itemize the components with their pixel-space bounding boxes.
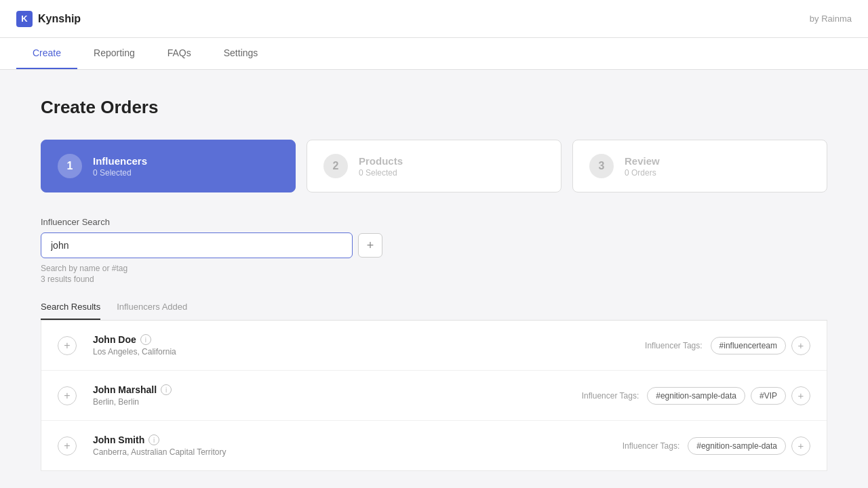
influencer-2-tags-area: Influencer Tags: #egnition-sample-data + — [623, 436, 810, 455]
influencer-0-tags-area: Influencer Tags: #influencerteam + — [645, 336, 810, 355]
tag-badge: #influencerteam — [711, 337, 786, 354]
topbar: K Kynship by Rainma — [0, 0, 868, 38]
influencer-1-name-row: John Marshall i — [93, 384, 582, 395]
step-3-label: Review — [625, 155, 660, 167]
influencer-1-name: John Marshall — [93, 384, 157, 395]
step-influencers[interactable]: 1 Influencers 0 Selected — [41, 140, 296, 192]
tag-badge: #egnition-sample-data — [647, 387, 745, 405]
app-name: Kynship — [38, 13, 81, 25]
tab-influencers-added[interactable]: Influencers Added — [117, 295, 187, 320]
logo-area: K Kynship — [16, 11, 81, 27]
influencer-0-name: John Doe — [93, 334, 136, 345]
influencer-2-info: John Smith i Canberra, Australian Capita… — [93, 434, 623, 457]
add-tag-0-button[interactable]: + — [791, 336, 810, 355]
step-3-number: 3 — [589, 154, 614, 178]
nav-tabs: Create Reporting FAQs Settings — [0, 38, 868, 70]
influencer-1-tags-label: Influencer Tags: — [582, 391, 639, 401]
influencer-1-location: Berlin, Berlin — [93, 397, 582, 407]
add-influencer-0-button[interactable]: + — [58, 336, 77, 355]
tag-badge: #egnition-sample-data — [688, 437, 786, 455]
tab-reporting[interactable]: Reporting — [77, 38, 151, 69]
step-1-sub: 0 Selected — [93, 168, 147, 178]
influencer-2-name: John Smith — [93, 434, 144, 445]
tag-badge: #VIP — [751, 387, 786, 405]
step-products[interactable]: 2 Products 0 Selected — [307, 140, 561, 192]
influencer-0-name-row: John Doe i — [93, 334, 645, 345]
tab-settings[interactable]: Settings — [208, 38, 275, 69]
result-tabs: Search Results Influencers Added — [41, 295, 827, 321]
influencer-1-info-icon[interactable]: i — [161, 384, 172, 395]
add-influencer-2-button[interactable]: + — [58, 436, 77, 455]
step-2-number: 2 — [323, 154, 348, 178]
influencer-2-name-row: John Smith i — [93, 434, 623, 445]
influencer-1-info: John Marshall i Berlin, Berlin — [93, 384, 582, 407]
tab-search-results[interactable]: Search Results — [41, 295, 100, 320]
step-3-sub: 0 Orders — [625, 168, 660, 178]
step-3-info: Review 0 Orders — [625, 155, 660, 178]
tab-faqs[interactable]: FAQs — [151, 38, 208, 69]
add-tag-2-button[interactable]: + — [791, 436, 810, 455]
search-results-count: 3 results found — [41, 274, 827, 284]
page-title: Create Orders — [41, 97, 827, 118]
search-add-button[interactable]: + — [358, 233, 382, 258]
search-row: + — [41, 232, 827, 258]
influencer-0-tags-label: Influencer Tags: — [645, 341, 703, 350]
main-content: Create Orders 1 Influencers 0 Selected 2… — [0, 70, 868, 488]
influencer-2-info-icon[interactable]: i — [149, 434, 159, 445]
step-review[interactable]: 3 Review 0 Orders — [572, 140, 827, 192]
logo-icon: K — [16, 11, 33, 27]
influencer-0-location: Los Angeles, California — [93, 347, 645, 357]
influencer-0-info-icon[interactable]: i — [140, 334, 151, 345]
influencer-list: + John Doe i Los Angeles, California Inf… — [41, 321, 827, 471]
influencer-2-tags-label: Influencer Tags: — [623, 441, 680, 451]
search-input[interactable] — [41, 232, 353, 258]
steps-row: 1 Influencers 0 Selected 2 Products 0 Se… — [41, 140, 827, 192]
step-2-label: Products — [359, 155, 403, 167]
step-1-number: 1 — [58, 154, 82, 178]
step-2-info: Products 0 Selected — [359, 155, 403, 178]
table-row: + John Smith i Canberra, Australian Capi… — [41, 421, 827, 470]
search-area: Influencer Search + Search by name or #t… — [41, 217, 827, 284]
add-tag-1-button[interactable]: + — [791, 386, 810, 405]
tab-create[interactable]: Create — [16, 38, 77, 69]
step-1-info: Influencers 0 Selected — [93, 155, 147, 178]
add-influencer-1-button[interactable]: + — [58, 386, 77, 405]
influencer-2-location: Canberra, Australian Capital Territory — [93, 447, 623, 457]
influencer-0-info: John Doe i Los Angeles, California — [93, 334, 645, 357]
table-row: + John Marshall i Berlin, Berlin Influen… — [41, 371, 827, 421]
by-label: by Rainma — [810, 14, 852, 24]
step-1-label: Influencers — [93, 155, 147, 167]
table-row: + John Doe i Los Angeles, California Inf… — [41, 321, 827, 371]
search-label: Influencer Search — [41, 217, 827, 227]
influencer-1-tags-area: Influencer Tags: #egnition-sample-data #… — [582, 386, 810, 405]
search-hint: Search by name or #tag — [41, 264, 827, 273]
step-2-sub: 0 Selected — [359, 168, 403, 178]
